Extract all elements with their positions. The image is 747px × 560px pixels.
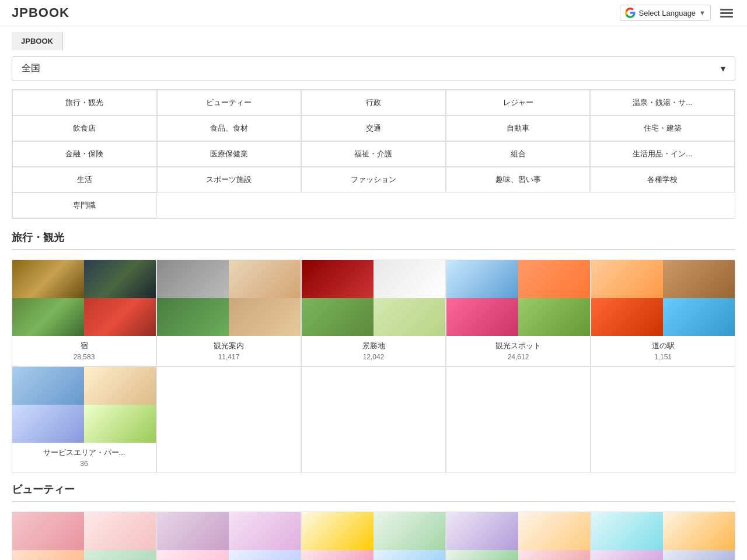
category-cell-12[interactable]: 福祉・介護 bbox=[301, 141, 446, 167]
card-kankospot-image bbox=[446, 260, 590, 336]
card-yado-info: 宿 28,583 bbox=[12, 336, 156, 366]
language-selector[interactable]: Select Language ▼ bbox=[620, 5, 711, 21]
category-cell-16[interactable]: スポーツ施設 bbox=[157, 167, 302, 192]
empty-cell-2 bbox=[301, 366, 446, 473]
card-image-q1 bbox=[12, 260, 84, 298]
card-kankouan-info: 観光案内 11,417 bbox=[157, 336, 301, 366]
category-cell-17[interactable]: ファッション bbox=[301, 167, 446, 192]
category-cell-13[interactable]: 組合 bbox=[446, 141, 591, 167]
bc4-q1 bbox=[446, 512, 518, 550]
beauty-card-1-image bbox=[12, 512, 156, 560]
category-cell-19[interactable]: 各種学校 bbox=[590, 167, 735, 192]
card-kankouan-name: 観光案内 bbox=[162, 341, 296, 351]
category-cell-7[interactable]: 交通 bbox=[301, 116, 446, 141]
beauty-cards-row1 bbox=[12, 512, 735, 560]
category-cell-20[interactable]: 専門職 bbox=[12, 192, 157, 218]
category-cell-4[interactable]: 温泉・銭湯・サ... bbox=[590, 90, 735, 116]
category-cell-8[interactable]: 自動車 bbox=[446, 116, 591, 141]
card-sa-q1 bbox=[12, 367, 84, 405]
travel-cards-row1: 宿 28,583 観光案内 11,417 景勝地 12,042 bbox=[12, 260, 735, 366]
logo: JPBOOK bbox=[12, 5, 69, 20]
empty-cell-3 bbox=[446, 366, 591, 473]
beauty-card-5-image bbox=[591, 512, 735, 560]
card-sa-q2 bbox=[84, 367, 156, 405]
card-michinoeki-q4 bbox=[663, 298, 735, 336]
category-cell-3[interactable]: レジャー bbox=[446, 90, 591, 116]
section-travel-divider bbox=[12, 249, 735, 250]
card-service-area-count: 36 bbox=[17, 460, 151, 468]
category-cell-2[interactable]: 行政 bbox=[301, 90, 446, 116]
header-right: Select Language ▼ bbox=[620, 5, 735, 21]
card-yado[interactable]: 宿 28,583 bbox=[12, 260, 156, 366]
card-keishochi[interactable]: 景勝地 12,042 bbox=[301, 260, 446, 366]
card-kankouan-q4 bbox=[229, 298, 301, 336]
bc1-q2 bbox=[84, 512, 156, 550]
beauty-card-2[interactable] bbox=[156, 512, 301, 560]
card-image-q2 bbox=[84, 260, 156, 298]
card-michinoeki[interactable]: 道の駅 1,151 bbox=[591, 260, 735, 366]
card-michinoeki-q2 bbox=[663, 260, 735, 298]
card-kankouan[interactable]: 観光案内 11,417 bbox=[156, 260, 301, 366]
category-cell-14[interactable]: 生活用品・イン... bbox=[590, 141, 735, 167]
beauty-card-4[interactable] bbox=[446, 512, 591, 560]
category-cell-9[interactable]: 住宅・建築 bbox=[590, 116, 735, 141]
section-beauty-title: ビューティー bbox=[12, 482, 75, 496]
card-kankospot-q4 bbox=[518, 298, 590, 336]
card-kankospot[interactable]: 観光スポット 24,612 bbox=[446, 260, 591, 366]
category-cell-11[interactable]: 医療保健業 bbox=[157, 141, 302, 167]
bc1-q1 bbox=[12, 512, 84, 550]
card-kankouan-q3 bbox=[157, 298, 229, 336]
card-keishochi-q2 bbox=[374, 260, 445, 298]
region-arrow-icon: ▾ bbox=[721, 63, 725, 74]
card-kankospot-q2 bbox=[518, 260, 590, 298]
category-cell-1[interactable]: ビューティー bbox=[157, 90, 302, 116]
card-kankospot-q1 bbox=[446, 260, 518, 298]
card-yado-image bbox=[12, 260, 156, 336]
beauty-card-3-image bbox=[302, 512, 445, 560]
bc5-q3 bbox=[591, 550, 663, 560]
card-service-area-image bbox=[12, 367, 156, 443]
beauty-card-5[interactable] bbox=[591, 512, 735, 560]
card-keishochi-count: 12,042 bbox=[306, 353, 441, 361]
bc1-q3 bbox=[12, 550, 84, 560]
section-beauty-divider bbox=[12, 501, 735, 502]
bc3-q1 bbox=[302, 512, 374, 550]
card-image-q4 bbox=[84, 298, 156, 336]
category-cell-18[interactable]: 趣味、習い事 bbox=[446, 167, 591, 192]
header: JPBOOK Select Language ▼ bbox=[0, 0, 747, 26]
bc5-q2 bbox=[663, 512, 735, 550]
card-kankouan-count: 11,417 bbox=[162, 353, 296, 361]
beauty-card-4-image bbox=[446, 512, 590, 560]
card-sa-q4 bbox=[84, 405, 156, 443]
card-michinoeki-info: 道の駅 1,151 bbox=[591, 336, 735, 366]
bc3-q3 bbox=[302, 550, 374, 560]
section-travel: 旅行・観光 bbox=[12, 230, 735, 244]
bc2-q4 bbox=[229, 550, 301, 560]
tab-jpbook[interactable]: JPBOOK bbox=[12, 32, 63, 50]
section-beauty: ビューティー bbox=[12, 482, 735, 496]
bc4-q2 bbox=[518, 512, 590, 550]
card-michinoeki-q3 bbox=[591, 298, 663, 336]
category-cell-6[interactable]: 食品、食材 bbox=[157, 116, 302, 141]
category-cell-0[interactable]: 旅行・観光 bbox=[12, 90, 157, 116]
bc2-q2 bbox=[229, 512, 301, 550]
region-selector[interactable]: 全国 ▾ bbox=[12, 56, 735, 81]
category-cell-10[interactable]: 金融・保険 bbox=[12, 141, 157, 167]
card-michinoeki-image bbox=[591, 260, 735, 336]
tab-bar: JPBOOK bbox=[12, 32, 735, 50]
beauty-card-3[interactable] bbox=[301, 512, 446, 560]
card-kankospot-info: 観光スポット 24,612 bbox=[446, 336, 590, 366]
category-cell-5[interactable]: 飲食店 bbox=[12, 116, 157, 141]
card-michinoeki-q1 bbox=[591, 260, 663, 298]
hamburger-icon bbox=[720, 9, 733, 18]
bc2-q3 bbox=[157, 550, 229, 560]
empty-cell-1 bbox=[156, 366, 301, 473]
category-cell-15[interactable]: 生活 bbox=[12, 167, 157, 192]
card-service-area[interactable]: サービスエリア・パー... 36 bbox=[12, 366, 156, 473]
menu-icon-button[interactable] bbox=[718, 6, 735, 20]
beauty-card-1[interactable] bbox=[12, 512, 156, 560]
bc3-q2 bbox=[374, 512, 445, 550]
beauty-card-2-image bbox=[157, 512, 301, 560]
bc4-q3 bbox=[446, 550, 518, 560]
travel-cards-row2: サービスエリア・パー... 36 bbox=[12, 366, 735, 473]
